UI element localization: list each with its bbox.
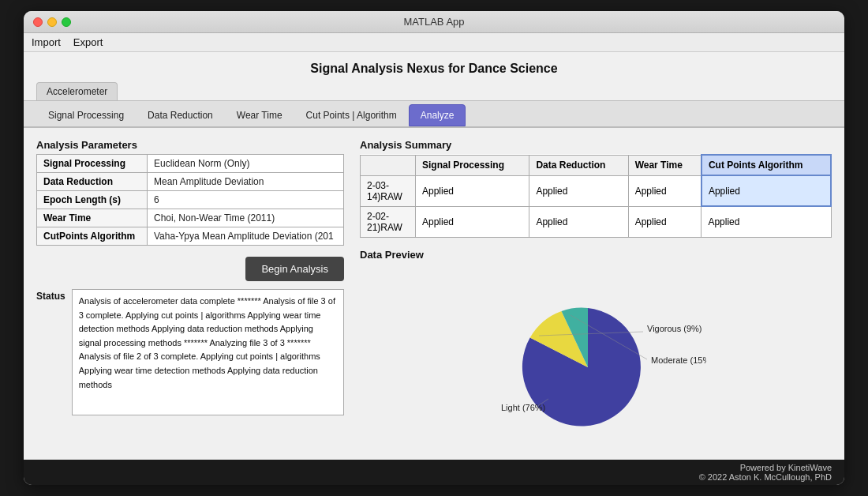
summary-row-dr-1: Applied (529, 206, 628, 237)
analysis-summary-table: Signal Processing Data Reduction Wear Ti… (360, 154, 832, 238)
status-box[interactable]: Analysis of accelerometer data complete … (72, 289, 344, 415)
analysis-summary-title: Analysis Summary (360, 139, 832, 151)
data-preview-title: Data Preview (360, 249, 832, 261)
summary-header-cp: Cut Points Algorithm (702, 155, 831, 175)
title-bar: MATLAB App (24, 11, 844, 33)
window-title: MATLAB App (403, 16, 464, 28)
summary-header-blank (361, 155, 416, 175)
summary-header-wt: Wear Time (628, 155, 702, 175)
app-window: MATLAB App Import Export Signal Analysis… (24, 11, 844, 485)
content-area: Analysis Parameters Signal Processing Eu… (24, 128, 844, 460)
table-row: Wear Time Choi, Non-Wear Time (2011) (37, 209, 344, 227)
sub-tab-bar: Signal Processing Data Reduction Wear Ti… (24, 100, 844, 128)
analysis-params-title: Analysis Parameters (36, 139, 344, 151)
summary-row-cp-1: Applied (702, 206, 831, 237)
summary-row-sp-0: Applied (416, 175, 529, 206)
summary-row-sp-1: Applied (416, 206, 529, 237)
table-row: 2-03-14)RAW Applied Applied Applied Appl… (361, 175, 832, 206)
param-key-4: CutPoints Algorithm (37, 227, 148, 246)
tab-cut-points[interactable]: Cut Points | Algorithm (294, 104, 409, 126)
fullscreen-button[interactable] (62, 17, 71, 27)
copyright: © 2022 Aston K. McCullough, PhD (699, 472, 832, 482)
param-val-1: Mean Amplitude Deviation (148, 173, 344, 191)
begin-analysis-button[interactable]: Begin Analysis (245, 257, 344, 281)
menu-import[interactable]: Import (32, 36, 61, 48)
minimize-button[interactable] (47, 17, 57, 27)
footer: Powered by KinetiWave © 2022 Aston K. Mc… (24, 460, 844, 485)
left-panel: Analysis Parameters Signal Processing Eu… (36, 139, 344, 453)
tab-wear-time[interactable]: Wear Time (225, 104, 294, 126)
tab-analyze[interactable]: Analyze (409, 104, 466, 126)
chart-container: Vigorous (9%) Moderate (15%) Light (76%) (360, 265, 832, 454)
pie-svg: Vigorous (9%) Moderate (15%) Light (76%) (485, 288, 706, 430)
table-row: Signal Processing Euclidean Norm (Only) (37, 155, 344, 173)
summary-header-dr: Data Reduction (529, 155, 628, 175)
summary-header-sp: Signal Processing (416, 155, 529, 175)
accelerometer-tab-bar: Accelerometer (24, 82, 844, 100)
analysis-params-table: Signal Processing Euclidean Norm (Only) … (36, 154, 344, 246)
status-label: Status (36, 289, 65, 453)
summary-row-wt-1: Applied (628, 206, 702, 237)
table-row: Epoch Length (s) 6 (37, 191, 344, 209)
powered-by: Powered by KinetiWave (740, 463, 832, 472)
accelerometer-tab[interactable]: Accelerometer (36, 82, 118, 100)
table-row: CutPoints Algorithm Vaha-Ypya Mean Ampli… (37, 227, 344, 246)
param-key-3: Wear Time (37, 209, 148, 227)
param-key-2: Epoch Length (s) (37, 191, 148, 209)
close-button[interactable] (33, 17, 43, 27)
summary-row-cp-0: Applied (702, 175, 831, 206)
light-label: Light (76%) (501, 403, 545, 412)
pie-chart: Vigorous (9%) Moderate (15%) Light (76%) (485, 288, 706, 430)
summary-row-label-0: 2-03-14)RAW (361, 175, 416, 206)
moderate-label: Moderate (15%) (651, 355, 706, 365)
param-key-1: Data Reduction (37, 173, 148, 191)
main-content: Signal Analysis Nexus for Dance Science … (24, 52, 844, 460)
tab-data-reduction[interactable]: Data Reduction (136, 104, 225, 126)
vigorous-label: Vigorous (9%) (647, 324, 702, 333)
traffic-lights (33, 17, 71, 27)
param-val-3: Choi, Non-Wear Time (2011) (148, 209, 344, 227)
right-panel: Analysis Summary Signal Processing Data … (360, 139, 832, 453)
param-val-0: Euclidean Norm (Only) (148, 155, 344, 173)
summary-row-dr-0: Applied (529, 175, 628, 206)
menu-bar: Import Export (24, 33, 844, 52)
param-val-4: Vaha-Ypya Mean Amplitude Deviation (201 (148, 227, 344, 246)
table-row: Data Reduction Mean Amplitude Deviation (37, 173, 344, 191)
menu-export[interactable]: Export (73, 36, 103, 48)
app-title: Signal Analysis Nexus for Dance Science (24, 52, 844, 82)
param-key-0: Signal Processing (37, 155, 148, 173)
status-section: Status Analysis of accelerometer data co… (36, 289, 344, 453)
table-row: 2-02-21)RAW Applied Applied Applied Appl… (361, 206, 832, 237)
param-val-2: 6 (148, 191, 344, 209)
summary-row-label-1: 2-02-21)RAW (361, 206, 416, 237)
summary-row-wt-0: Applied (628, 175, 702, 206)
tab-signal-processing[interactable]: Signal Processing (36, 104, 136, 126)
